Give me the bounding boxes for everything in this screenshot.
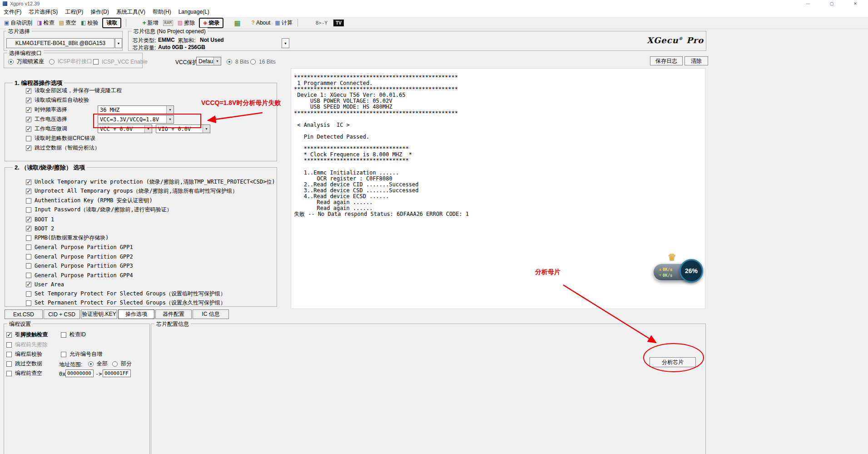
check-id-checkbox[interactable] <box>61 332 66 338</box>
check-id-option[interactable]: 检查ID <box>61 331 86 338</box>
checkbox-row[interactable]: Input Password（读取/烧录/擦除前,进行密码验证） <box>26 206 172 213</box>
checkbox[interactable] <box>26 180 31 185</box>
addr-part-option[interactable]: 部分 <box>112 360 132 367</box>
icsp-radio[interactable] <box>49 59 55 65</box>
blank-check-first-checkbox[interactable] <box>6 371 12 376</box>
checkbox-row[interactable]: RPMB(防数据重发保护存储块) <box>26 234 109 241</box>
erase-first-checkbox[interactable] <box>6 342 12 348</box>
bits16-radio[interactable] <box>250 59 256 65</box>
auto-identify-button[interactable]: ▣ 自动识别 <box>2 18 35 28</box>
checkbox-row[interactable]: BOOT 2 <box>26 225 54 232</box>
checkbox-row[interactable]: Set Permanent Protect For Slected Groups… <box>26 299 226 306</box>
checkbox[interactable] <box>26 244 31 250</box>
checkbox-row[interactable]: General Purpose Partition GPP3 <box>26 262 133 269</box>
minimize-button[interactable]: — <box>796 0 820 7</box>
menu-language[interactable]: Language(L) <box>175 7 213 16</box>
checkbox[interactable] <box>26 198 31 204</box>
pin-check-option[interactable]: 引脚接触检查 <box>6 331 48 338</box>
maximize-button[interactable]: ▢ <box>820 0 843 7</box>
tab-auth-key[interactable]: 验证密钥.KEY <box>81 309 117 319</box>
ram-button[interactable]: RAM <box>161 19 175 27</box>
checkbox[interactable] <box>26 226 31 231</box>
tab-ic-info[interactable]: IC 信息 <box>193 309 229 319</box>
connector-button[interactable]: 8>-Y <box>313 20 330 26</box>
checkbox-row[interactable]: 读取时忽略数据CRC错误 <box>26 135 95 142</box>
bits8-radio-option[interactable]: 8 Bits <box>227 58 249 65</box>
analyze-chip-button[interactable]: 分析芯片 <box>650 357 696 367</box>
tab-ext-csd[interactable]: Ext.CSD <box>5 309 43 319</box>
checkbox-row[interactable]: 工作电压选择 <box>26 116 67 123</box>
menu-system-tools[interactable]: 系统工具(V) <box>113 7 149 17</box>
icsp-vcc-checkbox[interactable] <box>93 59 99 65</box>
addr-to-field[interactable]: 000001FF <box>103 369 131 377</box>
read-button[interactable]: 读取 <box>102 18 121 28</box>
close-button[interactable]: ✕ <box>843 0 867 7</box>
checkbox[interactable] <box>26 207 31 213</box>
socket-radio-option[interactable]: 万能锁紧座 <box>8 58 44 65</box>
blank-check-first-option[interactable]: 编程前查空 <box>6 370 42 377</box>
checkbox-row[interactable]: Set Temporary Protect For Slected Groups… <box>26 290 226 297</box>
socket-radio[interactable] <box>8 59 14 65</box>
checkbox[interactable] <box>26 217 31 222</box>
checkbox-row[interactable]: General Purpose Partition GPP1 <box>26 244 133 250</box>
erase-first-option[interactable]: 编程前先擦除 <box>6 341 48 348</box>
verify-after-option[interactable]: 编程后校验 <box>6 351 42 358</box>
checkbox-row[interactable]: User Area <box>26 281 64 288</box>
checkbox-row[interactable]: 工作电压微调 <box>26 125 67 132</box>
menu-operation[interactable]: 操作(D) <box>87 7 113 17</box>
checkbox-row[interactable]: Unlock Temporary write protection (烧录/擦除… <box>26 179 275 185</box>
vio-trim-combo[interactable]: VIO + 0.0V ▼ <box>156 125 210 133</box>
checkbox[interactable] <box>26 291 31 297</box>
erase-button[interactable]: ▨ 擦除 <box>175 18 197 28</box>
working-voltage-combo[interactable]: VCC=3.3V/VCCQ=1.8V ▼ <box>98 115 174 124</box>
vcc-current-combo[interactable]: Default ▼ <box>196 57 221 65</box>
clear-log-button[interactable]: 清除 <box>684 56 708 65</box>
addr-all-option[interactable]: 全部 <box>88 360 108 367</box>
tab-device-config[interactable]: 器件配置 <box>155 309 192 319</box>
checkbox[interactable] <box>26 136 31 141</box>
icsp-vcc-option[interactable]: ICSP_VCC Enable <box>93 58 148 65</box>
grid-button[interactable]: ▦ <box>232 19 243 27</box>
auto-number-option[interactable]: 允许编号自增 <box>61 351 102 358</box>
checkbox-row[interactable]: General Purpose Partition GPP4 <box>26 272 133 279</box>
chip-select-dropdown-button[interactable]: ▼ <box>115 38 122 48</box>
checkbox-row[interactable]: 跳过空数据（智能分析法） <box>26 145 100 151</box>
checkbox[interactable] <box>26 117 31 122</box>
icsp-radio-option[interactable]: ICSP串行接口 <box>49 58 92 65</box>
bits16-radio-option[interactable]: 16 Bits <box>250 58 276 65</box>
speed-monitor-widget[interactable]: ♛ ▲ 0K/s ▼ 0K/s 26% <box>653 253 707 290</box>
skip-blank-option[interactable]: 跳过空数据 <box>6 360 42 367</box>
checkbox[interactable] <box>26 98 31 103</box>
verify-button[interactable]: ◧ 校验 <box>79 18 100 28</box>
chip-info-dropdown-button[interactable]: ▼ <box>282 38 289 48</box>
checkbox[interactable] <box>26 273 31 278</box>
tab-cid-csd[interactable]: CID + CSD <box>44 309 80 319</box>
calc-button[interactable]: ▦ 计算 <box>273 18 294 28</box>
about-button[interactable]: ? About <box>249 19 273 27</box>
verify-after-checkbox[interactable] <box>6 352 12 357</box>
menu-file[interactable]: 文件(F) <box>0 7 25 17</box>
log-output[interactable]: ****************************************… <box>291 68 705 309</box>
checkbox[interactable] <box>26 189 31 194</box>
auto-number-checkbox[interactable] <box>61 352 66 357</box>
tv-button[interactable]: TV <box>333 20 344 26</box>
bits8-radio[interactable] <box>227 59 232 65</box>
checkbox-row[interactable]: Authentication Key (RPMB 安全认证密钥) <box>26 197 153 204</box>
checkbox[interactable] <box>26 126 31 132</box>
checkbox[interactable] <box>26 282 31 287</box>
checkbox[interactable] <box>26 263 31 269</box>
skip-blank-checkbox[interactable] <box>6 361 12 367</box>
checkbox[interactable] <box>26 235 31 241</box>
percent-badge[interactable]: 26% <box>680 259 703 283</box>
checkbox[interactable] <box>26 145 31 151</box>
blank-check-button[interactable]: ▤ 查空 <box>57 18 79 28</box>
save-log-button[interactable]: 保存日志 <box>650 56 683 65</box>
vcc-trim-combo[interactable]: VCC + 0.0V ▼ <box>98 125 152 133</box>
checkbox-row[interactable]: 读取或编程后自动校验 <box>26 97 89 104</box>
checkbox-row[interactable]: General Purpose Partition GPP2 <box>26 253 133 260</box>
addr-all-radio[interactable] <box>88 361 94 367</box>
program-button[interactable]: ◈ 烧录 <box>199 18 223 28</box>
clock-frequency-combo[interactable]: 36 MHZ ▼ <box>98 105 174 114</box>
checkbox[interactable] <box>26 88 31 94</box>
checkbox[interactable] <box>26 107 31 113</box>
